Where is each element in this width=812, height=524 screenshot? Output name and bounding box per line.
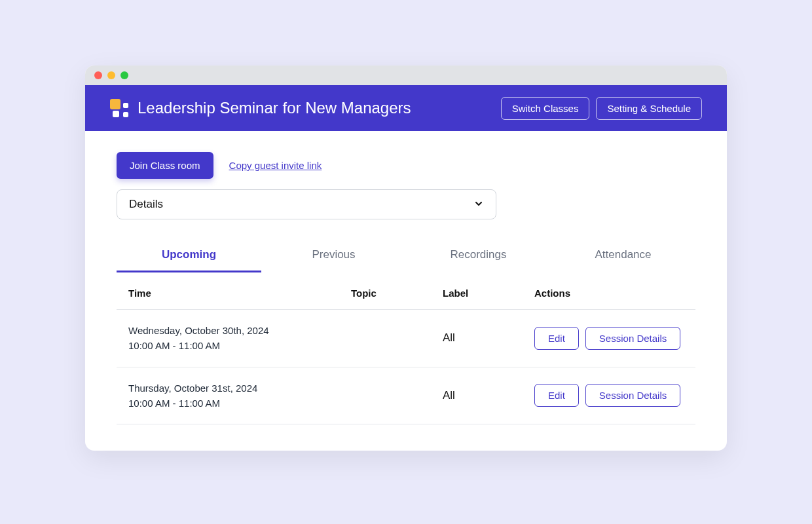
primary-action-row: Join Class room Copy guest invite link [117, 152, 695, 179]
session-date: Thursday, October 31st, 2024 [128, 381, 351, 396]
table-header: Time Topic Label Actions [117, 273, 695, 310]
window-maximize-dot[interactable] [120, 71, 128, 79]
col-header-time: Time [128, 288, 351, 299]
session-actions: Edit Session Details [534, 384, 684, 407]
edit-button[interactable]: Edit [534, 384, 579, 407]
tab-recordings[interactable]: Recordings [406, 240, 551, 272]
chevron-down-icon [473, 198, 484, 211]
header-left: Leadership Seminar for New Managers [110, 99, 411, 117]
session-hours: 10:00 AM - 11:00 AM [128, 396, 351, 411]
session-hours: 10:00 AM - 11:00 AM [128, 338, 351, 353]
sessions-table: Time Topic Label Actions Wednesday, Octo… [117, 273, 695, 424]
tab-previous[interactable]: Previous [261, 240, 406, 272]
join-classroom-button[interactable]: Join Class room [117, 152, 213, 179]
main-body: Join Class room Copy guest invite link D… [85, 131, 727, 451]
col-header-label: Label [443, 288, 534, 299]
table-row: Wednesday, October 30th, 2024 10:00 AM -… [117, 310, 695, 367]
app-logo-icon [110, 99, 128, 117]
session-details-button[interactable]: Session Details [585, 327, 680, 350]
switch-classes-button[interactable]: Switch Classes [501, 97, 590, 120]
tabs: Upcoming Previous Recordings Attendance [117, 240, 695, 273]
window-titlebar [85, 66, 727, 85]
copy-guest-invite-link[interactable]: Copy guest invite link [229, 160, 322, 171]
tab-attendance[interactable]: Attendance [551, 240, 695, 272]
page-title: Leadership Seminar for New Managers [138, 99, 411, 117]
session-label: All [443, 389, 534, 402]
edit-button[interactable]: Edit [534, 327, 579, 350]
window-minimize-dot[interactable] [107, 71, 115, 79]
tab-upcoming[interactable]: Upcoming [117, 240, 261, 272]
session-actions: Edit Session Details [534, 327, 684, 350]
col-header-actions: Actions [534, 288, 684, 299]
details-dropdown[interactable]: Details [117, 189, 496, 219]
table-row: Thursday, October 31st, 2024 10:00 AM - … [117, 367, 695, 425]
session-label: All [443, 331, 534, 345]
session-time: Thursday, October 31st, 2024 10:00 AM - … [128, 381, 351, 411]
session-date: Wednesday, October 30th, 2024 [128, 323, 351, 338]
session-time: Wednesday, October 30th, 2024 10:00 AM -… [128, 323, 351, 354]
session-details-button[interactable]: Session Details [585, 384, 680, 407]
header-actions: Switch Classes Setting & Schedule [501, 97, 702, 120]
details-dropdown-label: Details [129, 198, 163, 211]
setting-schedule-button[interactable]: Setting & Schedule [596, 97, 702, 120]
col-header-topic: Topic [351, 288, 443, 299]
app-header: Leadership Seminar for New Managers Swit… [85, 85, 727, 131]
app-window: Leadership Seminar for New Managers Swit… [85, 66, 727, 451]
window-close-dot[interactable] [94, 71, 102, 79]
